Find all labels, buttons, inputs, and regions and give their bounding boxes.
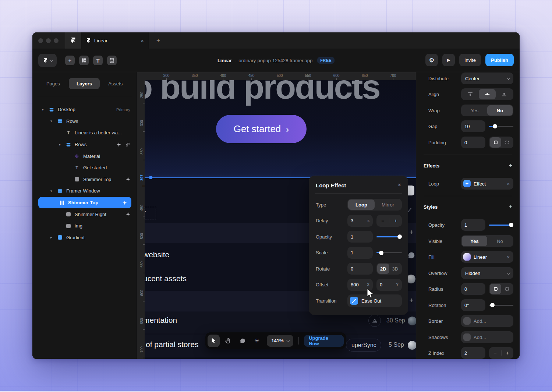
sparkle-icon[interactable]	[117, 142, 121, 147]
upgrade-button[interactable]: Upgrade Now	[304, 335, 344, 347]
radius-input[interactable]: 0	[461, 283, 485, 295]
plus-icon[interactable]: +	[409, 296, 414, 305]
minus-button[interactable]: −	[376, 215, 389, 227]
plus-icon[interactable]: +	[409, 228, 414, 237]
delay-label: Delay	[316, 218, 347, 223]
tab-layers[interactable]: Layers	[69, 78, 100, 89]
preview-button[interactable]: ▶	[442, 54, 455, 66]
canvas[interactable]: 300 350 400 450 500 550 600 650 700 250 …	[137, 72, 416, 359]
close-icon[interactable]: ×	[398, 182, 401, 188]
align-bottom-option[interactable]	[496, 89, 513, 99]
layer-row-desktop[interactable]: ▾ Desktop Primary	[32, 104, 136, 116]
tab-pinned-framer[interactable]	[65, 32, 82, 49]
remove-fill-icon[interactable]: ×	[507, 254, 511, 260]
layer-row-img[interactable]: img	[32, 220, 136, 232]
sparkle-icon[interactable]	[126, 212, 130, 216]
add-style-button[interactable]: +	[509, 204, 512, 210]
get-started-button[interactable]: Get started ›	[216, 115, 307, 143]
comment-tool-button[interactable]	[236, 335, 248, 347]
sparkle-icon[interactable]	[126, 177, 130, 181]
rotate-3d-option[interactable]: 3D	[389, 264, 401, 274]
align-top-option[interactable]	[462, 89, 479, 99]
loop-effect-chip[interactable]: Effect ×	[461, 178, 513, 190]
selection-handle[interactable]	[149, 176, 152, 179]
overflow-select[interactable]: Hidden	[461, 267, 513, 279]
caret-down-icon[interactable]: ▾	[50, 189, 57, 193]
rotation-slider[interactable]	[489, 299, 513, 311]
visible-yes-option[interactable]: Yes	[462, 236, 487, 246]
settings-button[interactable]: ⚙	[425, 54, 438, 66]
theme-toggle-button[interactable]: ☀	[251, 335, 263, 347]
layer-row-shimmer-top-selected[interactable]: Shimmer Top	[38, 197, 131, 209]
plus-button[interactable]: +	[502, 347, 514, 359]
visible-no-option[interactable]: No	[487, 236, 513, 246]
tab-assets[interactable]: Assets	[100, 78, 131, 89]
wrap-yes-option[interactable]: Yes	[462, 105, 487, 116]
caret-down-icon[interactable]: ▾	[50, 119, 57, 123]
wrap-no-option[interactable]: No	[487, 105, 513, 116]
caret-down-icon[interactable]: ▾	[42, 108, 49, 112]
delay-input[interactable]: 3 s	[347, 215, 373, 227]
offset-y-input[interactable]: 0 Y	[376, 279, 402, 291]
opacity-slider[interactable]	[376, 231, 402, 243]
layer-row-gradient[interactable]: ▸ Gradient	[32, 232, 136, 244]
publish-button[interactable]: Publish	[485, 54, 514, 66]
insert-button[interactable]: +	[65, 56, 75, 65]
cms-button[interactable]	[107, 56, 117, 65]
gap-input[interactable]: 10	[461, 120, 485, 132]
scale-input[interactable]: 1	[347, 247, 373, 259]
plus-button[interactable]: +	[389, 215, 402, 227]
layer-row-rows[interactable]: ▾ Rows	[32, 116, 136, 127]
padding-uniform-option[interactable]	[490, 137, 501, 148]
link-icon[interactable]	[125, 142, 130, 147]
minus-button[interactable]: −	[489, 347, 501, 359]
add-effect-button[interactable]: +	[509, 162, 512, 169]
text-tool-button[interactable]: T	[93, 56, 103, 65]
align-center-option[interactable]	[479, 89, 496, 99]
select-tool-button[interactable]	[208, 335, 220, 347]
opacity-input[interactable]: 1	[461, 219, 485, 231]
padding-input[interactable]: 0	[461, 137, 485, 148]
layer-row-material[interactable]: Material	[32, 150, 136, 162]
layer-row-rows-2[interactable]: ▾ Rows	[32, 139, 136, 151]
rotate-2d-option[interactable]: 2D	[377, 264, 389, 274]
layer-row-shimmer-top-1[interactable]: Shimmer Top	[32, 174, 136, 186]
tab-linear[interactable]: Linear ×	[82, 32, 149, 49]
rotate-input[interactable]: 0	[347, 263, 373, 275]
radius-individual-option[interactable]	[501, 284, 513, 294]
fill-chip[interactable]: Linear ×	[461, 251, 513, 263]
layer-row-shimmer-right[interactable]: Shimmer Right	[32, 208, 136, 220]
tab-close-icon[interactable]: ×	[141, 38, 144, 43]
invite-button[interactable]: Invite	[459, 54, 481, 66]
radius-uniform-option[interactable]	[490, 284, 501, 294]
scale-slider[interactable]	[376, 247, 402, 259]
framer-logo-icon	[70, 38, 76, 43]
distribute-select[interactable]: Center	[461, 73, 513, 84]
traffic-light-close[interactable]	[38, 38, 43, 43]
layer-row-framer-window[interactable]: ▾ Framer Window	[32, 185, 136, 197]
zoom-control[interactable]: 141%	[267, 335, 293, 347]
border-chip[interactable]: Add...	[461, 315, 513, 327]
hand-tool-button[interactable]	[222, 335, 234, 347]
traffic-light-zoom[interactable]	[54, 38, 59, 43]
zindex-input[interactable]: 2	[461, 347, 485, 359]
gap-slider[interactable]	[489, 120, 513, 132]
new-tab-button[interactable]: +	[154, 36, 163, 45]
layer-row-get-started[interactable]: T Get started	[32, 162, 136, 174]
remove-effect-icon[interactable]: ×	[507, 181, 511, 187]
tab-pages[interactable]: Pages	[38, 78, 69, 89]
framer-menu-button[interactable]	[38, 54, 57, 67]
rotation-input[interactable]: 0°	[461, 299, 485, 311]
opacity-input[interactable]: 1	[347, 231, 373, 243]
opacity-slider[interactable]	[489, 219, 513, 231]
caret-right-icon[interactable]: ▸	[50, 236, 57, 239]
layer-row-linear-text[interactable]: T Linear is a better wa...	[32, 127, 136, 139]
sparkle-icon[interactable]	[123, 201, 127, 205]
type-mirror-option[interactable]: Mirror	[375, 199, 401, 210]
type-loop-option[interactable]: Loop	[348, 199, 375, 210]
traffic-light-minimize[interactable]	[46, 38, 51, 43]
layout-button[interactable]	[79, 56, 89, 65]
padding-individual-option[interactable]	[501, 137, 513, 148]
shadows-chip[interactable]: Add...	[461, 331, 513, 343]
caret-down-icon[interactable]: ▾	[59, 143, 66, 146]
